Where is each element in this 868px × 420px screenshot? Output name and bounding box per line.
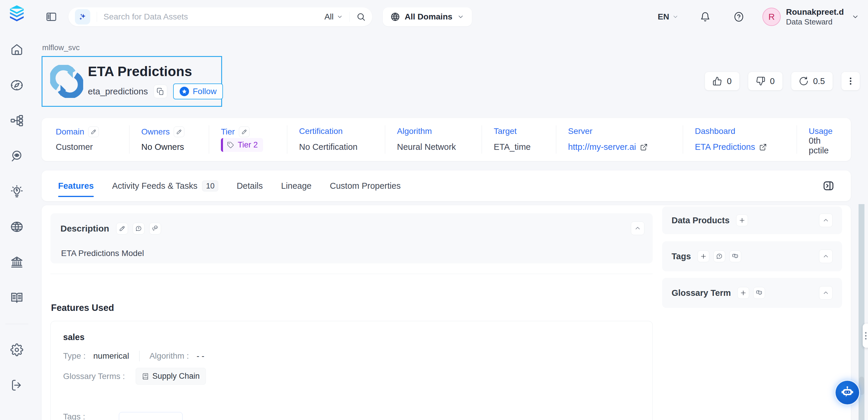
search-icon[interactable] (356, 12, 366, 22)
sidebar-item-glossary[interactable] (10, 291, 24, 304)
meta-target: Target ETA_time (482, 125, 556, 154)
tab-details[interactable]: Details (237, 171, 263, 201)
certification-label: Certification (299, 126, 343, 136)
language-dropdown[interactable]: EN (658, 12, 679, 22)
request-tags-button[interactable] (713, 250, 725, 262)
more-options-button[interactable] (841, 72, 860, 90)
collapse-tags-button[interactable] (819, 249, 833, 263)
chevron-down-icon (851, 13, 859, 21)
sidebar-item-explore[interactable] (10, 79, 24, 92)
chevron-down-icon (337, 13, 343, 20)
tab-activity-feeds[interactable]: Activity Feeds & Tasks 10 (112, 171, 218, 201)
add-tag-button[interactable] (698, 250, 709, 262)
comment-button[interactable] (133, 223, 145, 235)
glossary-conversation-button[interactable] (753, 287, 765, 299)
search-input[interactable] (103, 12, 324, 22)
downvote-count: 0 (770, 77, 775, 86)
star-icon (180, 87, 189, 96)
upvote-button[interactable]: 0 (705, 72, 739, 90)
glossary-term-icon (142, 373, 149, 380)
description-text: ETA Predictions Model (61, 249, 144, 258)
settings-gear-icon (10, 343, 23, 356)
add-tag-chip[interactable] (119, 412, 183, 420)
collapse-right-panel-button[interactable] (823, 180, 834, 192)
tier-badge[interactable]: Tier 2 (221, 138, 263, 152)
data-products-title: Data Products (672, 216, 730, 225)
copy-icon (157, 88, 164, 95)
help-button[interactable] (734, 11, 744, 22)
edit-domain-button[interactable] (88, 126, 99, 137)
app-logo-icon[interactable] (8, 4, 26, 24)
search-divider (349, 12, 350, 22)
sidebar-item-insights[interactable] (10, 185, 24, 198)
user-menu[interactable]: Rounakpreet.d Data Steward (786, 7, 844, 27)
copy-button[interactable] (154, 85, 167, 98)
insights-bulb-icon (10, 185, 23, 198)
data-products-card: Data Products (662, 206, 842, 234)
version-button[interactable]: 0.5 (791, 72, 833, 90)
glossary-term-chip[interactable]: Supply Chain (136, 368, 206, 385)
sidebar-item-observability[interactable] (10, 149, 24, 163)
pencil-icon (241, 129, 247, 135)
tab-label: Custom Properties (330, 181, 401, 191)
avatar[interactable]: R (763, 8, 781, 26)
sidebar-item-govern[interactable] (10, 256, 24, 269)
dashboard-link[interactable]: ETA Predictions (695, 142, 755, 152)
tab-custom-properties[interactable]: Custom Properties (330, 171, 401, 201)
tags-conversation-button[interactable] (730, 250, 741, 262)
grip-icon (865, 332, 868, 339)
meta-algorithm: Algorithm Neural Network (385, 125, 482, 154)
sidebar-item-home[interactable] (10, 43, 24, 57)
meta-tier: Tier Tier 2 (209, 125, 287, 154)
ai-search-button[interactable] (75, 9, 90, 25)
sidebar-item-settings[interactable] (10, 343, 24, 357)
tab-lineage[interactable]: Lineage (281, 171, 311, 201)
feature-name: sales (63, 332, 85, 342)
server-label: Server (568, 126, 592, 136)
search-scope-dropdown[interactable]: All (324, 12, 343, 22)
downvote-button[interactable]: 0 (748, 72, 782, 90)
widget-drag-handle[interactable] (863, 324, 868, 348)
sidebar-item-lineage[interactable] (10, 114, 24, 127)
notifications-button[interactable] (700, 11, 711, 22)
collapse-glossary-term-button[interactable] (819, 286, 833, 300)
edit-owners-button[interactable] (174, 126, 184, 137)
robot-icon (840, 385, 855, 400)
follow-label: Follow (193, 87, 216, 96)
comment-question-icon (716, 253, 722, 260)
owners-label: Owners (141, 127, 169, 137)
govern-bank-icon (10, 256, 23, 269)
feature-algorithm-label: Algorithm : (150, 351, 189, 361)
sidebar-toggle-button[interactable] (45, 11, 57, 23)
chatbot-button[interactable] (835, 380, 860, 405)
follow-button[interactable]: Follow (173, 84, 223, 99)
tab-content: Description ETA Predictions Model Featur… (41, 205, 851, 420)
collapse-description-button[interactable] (631, 221, 645, 235)
add-data-product-button[interactable] (736, 214, 748, 226)
plus-icon (700, 253, 707, 260)
tags-title: Tags (672, 251, 691, 261)
plus-icon (739, 217, 746, 224)
domain-value[interactable]: Customer (56, 142, 129, 152)
add-glossary-term-button[interactable] (737, 287, 749, 299)
all-domains-dropdown[interactable]: All Domains (383, 7, 472, 26)
certification-value: No Certification (299, 142, 385, 152)
server-link[interactable]: http://my-server.ai (568, 142, 636, 152)
feature-type-label: Type : (63, 351, 86, 361)
external-link-icon (640, 143, 648, 151)
sidebar-item-logout[interactable] (10, 379, 24, 392)
sidebar-item-domains[interactable] (10, 220, 24, 234)
edit-tier-button[interactable] (239, 126, 250, 137)
breadcrumb[interactable]: mlflow_svc (42, 43, 80, 52)
thumbs-down-icon (756, 77, 765, 86)
user-menu-chevron[interactable] (851, 13, 859, 21)
request-update-button[interactable] (149, 223, 161, 235)
comment-question-icon (135, 225, 142, 232)
chevron-down-icon (457, 13, 464, 20)
meta-owners: Owners No Owners (129, 125, 209, 154)
edit-description-button[interactable] (116, 223, 128, 235)
sparkle-icon (78, 12, 87, 21)
tab-features[interactable]: Features (58, 171, 94, 201)
sidebar (0, 0, 34, 420)
collapse-data-products-button[interactable] (819, 214, 833, 227)
